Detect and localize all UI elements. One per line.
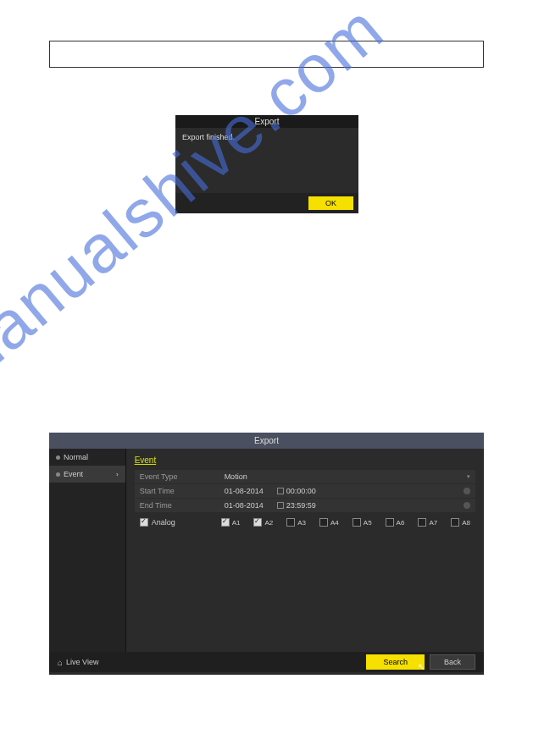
checkbox-icon[interactable] xyxy=(319,518,328,527)
dialog-title: Export xyxy=(175,115,358,128)
row-action-icon[interactable] xyxy=(464,488,470,494)
checkbox-icon[interactable] xyxy=(418,518,426,527)
calendar-icon xyxy=(277,502,284,509)
live-view-label: Live View xyxy=(66,658,98,666)
sidebar-item-normal[interactable]: Normal xyxy=(49,449,125,466)
cursor-icon: ↖ xyxy=(418,662,425,671)
channel-a1[interactable]: A1 xyxy=(221,518,241,527)
sidebar-label-normal: Normal xyxy=(64,453,88,461)
home-icon: ⌂ xyxy=(58,658,63,667)
live-view-button[interactable]: ⌂ Live View xyxy=(58,658,98,667)
start-time-value: 01-08-2014 00:00:00 xyxy=(225,487,470,495)
search-button[interactable]: Search xyxy=(366,654,425,670)
channel-label: A6 xyxy=(397,519,405,527)
calendar-icon xyxy=(277,488,284,494)
end-time-value: 01-08-2014 23:59:59 xyxy=(225,501,470,510)
channel-label: A4 xyxy=(330,519,339,527)
checkbox-icon[interactable] xyxy=(353,518,361,527)
channel-a5[interactable]: A5 xyxy=(353,518,372,527)
bullet-icon xyxy=(56,472,60,477)
sidebar-item-event[interactable]: Event › xyxy=(49,466,125,483)
analog-row: Analog A1 A2 A3 A4 A5 A6 A7 A8 xyxy=(135,513,475,532)
start-time-text: 00:00:00 xyxy=(286,487,316,495)
checkbox-icon[interactable] xyxy=(221,518,230,527)
channel-label: A7 xyxy=(429,519,437,527)
channel-a8[interactable]: A8 xyxy=(451,518,470,527)
checkbox-icon[interactable] xyxy=(386,518,394,527)
chevron-down-icon: ▾ xyxy=(467,473,470,480)
panel-footer: ⌂ Live View Search Back ↖ xyxy=(49,652,484,672)
export-panel: Export Normal Event › Event Event Type M… xyxy=(49,433,484,675)
back-button[interactable]: Back xyxy=(430,654,475,670)
analog-label: Analog xyxy=(152,518,175,527)
row-event-type[interactable]: Event Type Motion ▾ xyxy=(135,470,475,483)
bullet-icon xyxy=(56,455,60,460)
channel-a4[interactable]: A4 xyxy=(319,518,339,527)
row-action-icon[interactable] xyxy=(464,502,470,509)
tab-event[interactable]: Event xyxy=(135,454,157,470)
end-time-text: 23:59:59 xyxy=(286,501,316,510)
event-type-text: Motion xyxy=(225,472,247,481)
checkbox-icon[interactable] xyxy=(286,518,295,527)
sidebar: Normal Event › xyxy=(49,449,126,652)
event-type-value: Motion ▾ xyxy=(225,472,470,481)
channel-label: A5 xyxy=(364,519,372,527)
channel-a2[interactable]: A2 xyxy=(253,518,273,527)
checkbox-icon[interactable] xyxy=(253,518,262,527)
channel-label: A1 xyxy=(232,519,241,527)
channel-label: A8 xyxy=(462,519,470,527)
channel-label: A2 xyxy=(264,519,273,527)
row-end-time[interactable]: End Time 01-08-2014 23:59:59 xyxy=(135,499,475,512)
channel-a6[interactable]: A6 xyxy=(386,518,405,527)
main-content: Event Event Type Motion ▾ Start Time 01-… xyxy=(126,449,484,652)
dialog-footer: OK xyxy=(175,193,358,213)
channel-label: A3 xyxy=(297,519,306,527)
sidebar-label-event: Event xyxy=(64,470,83,478)
top-frame xyxy=(49,41,484,68)
start-time-box: 00:00:00 xyxy=(277,487,316,495)
start-date: 01-08-2014 xyxy=(225,487,264,495)
channel-a7[interactable]: A7 xyxy=(418,518,437,527)
analog-checkbox[interactable] xyxy=(140,518,148,527)
panel-body: Normal Event › Event Event Type Motion ▾… xyxy=(49,449,484,652)
end-time-label: End Time xyxy=(140,501,225,510)
ok-button[interactable]: OK xyxy=(308,196,353,210)
panel-title: Export xyxy=(49,433,484,449)
end-date: 01-08-2014 xyxy=(225,501,264,510)
row-start-time[interactable]: Start Time 01-08-2014 00:00:00 xyxy=(135,484,475,498)
checkbox-icon[interactable] xyxy=(451,518,459,527)
dialog-message: Export finished. xyxy=(175,128,358,193)
start-time-label: Start Time xyxy=(140,487,225,495)
channel-a3[interactable]: A3 xyxy=(286,518,306,527)
export-dialog: Export Export finished. OK xyxy=(175,115,358,213)
event-type-label: Event Type xyxy=(140,472,225,481)
analog-label-group[interactable]: Analog xyxy=(140,518,208,527)
end-time-box: 23:59:59 xyxy=(277,501,316,510)
chevron-right-icon: › xyxy=(116,471,119,478)
